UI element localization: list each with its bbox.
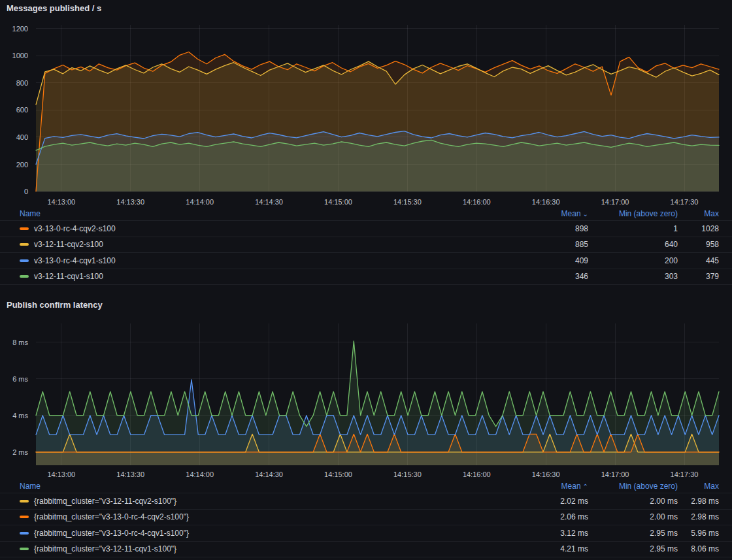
legend-series-name[interactable]: {rabbitmq_cluster="v3-12-11-cqv2-s100"}	[20, 497, 503, 506]
legend-row: {rabbitmq_cluster="v3-12-11-cqv1-s100"} …	[0, 542, 732, 558]
series-area	[36, 140, 719, 191]
series-color-swatch[interactable]	[20, 227, 29, 230]
x-axis-tick-label: 14:13:30	[116, 470, 144, 478]
y-axis-tick-label: 600	[16, 106, 28, 114]
legend-header-name[interactable]: Name	[20, 482, 503, 491]
series-color-swatch[interactable]	[20, 243, 29, 246]
series-color-swatch[interactable]	[20, 275, 29, 278]
min-value: 2.95 ms	[588, 529, 678, 538]
y-axis-tick-label: 2 ms	[12, 448, 28, 456]
legend-series-name[interactable]: {rabbitmq_cluster="v3-13-0-rc-4-cqv2-s10…	[20, 512, 503, 521]
min-value: 2.95 ms	[588, 544, 678, 553]
legend-header-row: Name Mean⌃ Min (above zero) Max	[0, 479, 732, 493]
y-axis-tick-label: 6 ms	[12, 375, 28, 383]
mean-value: 346	[503, 272, 588, 281]
legend-header-row: Name Mean⌄ Min (above zero) Max	[0, 206, 732, 221]
y-axis-tick-label: 800	[16, 79, 28, 87]
series-label: {rabbitmq_cluster="v3-13-0-rc-4-cqv2-s10…	[34, 512, 189, 521]
mean-value: 409	[503, 256, 588, 265]
y-axis-tick-label: 400	[16, 133, 28, 141]
series-label: v3-12-11-cqv1-s100	[34, 272, 103, 281]
x-axis-tick-label: 14:15:00	[324, 198, 352, 206]
legend-series-name[interactable]: v3-13-0-rc-4-cqv1-s100	[20, 256, 503, 265]
y-axis-tick-label: 4 ms	[12, 412, 28, 420]
x-axis-tick-label: 14:16:30	[532, 470, 560, 478]
mean-value: 4.21 ms	[503, 544, 588, 553]
legend-header-min[interactable]: Min (above zero)	[588, 209, 678, 218]
x-axis-tick-label: 14:17:30	[671, 198, 699, 206]
legend-header-mean[interactable]: Mean⌄	[503, 209, 588, 218]
legend-row: {rabbitmq_cluster="v3-13-0-rc-4-cqv1-s10…	[0, 525, 732, 542]
max-value: 8.06 ms	[678, 544, 719, 553]
panel-title-messages-published[interactable]: Messages published / s	[7, 3, 101, 13]
time-series-chart-messages-published[interactable]: 02004006008001000120014:13:0014:13:3014:…	[0, 20, 732, 209]
legend-series-name[interactable]: {rabbitmq_cluster="v3-12-11-cqv1-s100"}	[20, 544, 503, 553]
legend-series-name[interactable]: v3-13-0-rc-4-cqv2-s100	[20, 224, 503, 233]
max-value: 379	[678, 272, 719, 281]
min-value: 2.00 ms	[588, 512, 678, 521]
legend-series-name[interactable]: v3-12-11-cqv1-s100	[20, 272, 503, 281]
y-axis-tick-label: 0	[24, 188, 28, 195]
y-axis-tick-label: 200	[16, 161, 28, 169]
x-axis-tick-label: 14:17:00	[601, 198, 629, 206]
x-axis-tick-label: 14:15:30	[393, 470, 422, 478]
max-value: 445	[678, 256, 719, 265]
legend-row: {rabbitmq_cluster="v3-13-0-rc-4-cqv2-s10…	[0, 510, 732, 526]
series-label: {rabbitmq_cluster="v3-12-11-cqv1-s100"}	[34, 544, 176, 553]
max-value: 2.98 ms	[678, 512, 719, 521]
legend-header-min[interactable]: Min (above zero)	[588, 482, 678, 491]
x-axis-tick-label: 14:13:00	[47, 198, 75, 206]
x-axis-tick-label: 14:16:00	[463, 198, 491, 206]
legend-row: v3-12-11-cqv2-s100 885 640 958	[0, 237, 732, 254]
series-label: v3-12-11-cqv2-s100	[34, 240, 103, 249]
x-axis-tick-label: 14:14:30	[255, 198, 283, 206]
legend-row: {rabbitmq_cluster="v3-12-11-cqv2-s100"} …	[0, 493, 732, 510]
x-axis-tick-label: 14:17:00	[601, 470, 629, 478]
legend-row: v3-12-11-cqv1-s100 346 303 379	[0, 269, 732, 286]
mean-header-label: Mean	[561, 482, 581, 491]
series-color-swatch[interactable]	[20, 548, 29, 550]
series-label: {rabbitmq_cluster="v3-12-11-cqv2-s100"}	[34, 497, 176, 506]
legend-header-mean[interactable]: Mean⌃	[503, 482, 588, 491]
time-series-chart-publish-confirm-latency[interactable]: 2 ms4 ms6 ms8 ms14:13:0014:13:3014:14:00…	[0, 314, 732, 480]
legend-table-publish-confirm-latency: Name Mean⌃ Min (above zero) Max {rabbitm…	[0, 479, 732, 557]
min-value: 2.00 ms	[588, 497, 678, 506]
legend-header-max[interactable]: Max	[678, 209, 719, 218]
min-value: 640	[588, 240, 678, 249]
min-value: 200	[588, 256, 678, 265]
max-value: 5.96 ms	[678, 529, 719, 538]
sort-descending-icon: ⌄	[583, 210, 588, 218]
legend-series-name[interactable]: {rabbitmq_cluster="v3-13-0-rc-4-cqv1-s10…	[20, 529, 503, 538]
max-value: 1028	[678, 224, 719, 233]
legend-series-name[interactable]: v3-12-11-cqv2-s100	[20, 240, 503, 249]
series-label: v3-13-0-rc-4-cqv2-s100	[34, 224, 116, 233]
x-axis-tick-label: 14:13:30	[116, 198, 144, 206]
x-axis-tick-label: 14:14:30	[255, 470, 283, 478]
min-value: 1	[588, 224, 678, 233]
mean-value: 3.12 ms	[503, 529, 588, 538]
legend-row: v3-13-0-rc-4-cqv2-s100 898 1 1028	[0, 221, 732, 237]
legend-table-messages-published: Name Mean⌄ Min (above zero) Max v3-13-0-…	[0, 206, 732, 285]
series-color-swatch[interactable]	[20, 259, 29, 262]
legend-header-max[interactable]: Max	[678, 482, 719, 491]
x-axis-tick-label: 14:15:30	[393, 198, 422, 206]
series-color-swatch[interactable]	[20, 516, 29, 518]
min-value: 303	[588, 272, 678, 281]
series-label: {rabbitmq_cluster="v3-13-0-rc-4-cqv1-s10…	[34, 529, 189, 538]
y-axis-tick-label: 1000	[12, 52, 28, 59]
x-axis-tick-label: 14:16:30	[532, 198, 560, 206]
max-value: 958	[678, 240, 719, 249]
x-axis-tick-label: 14:17:30	[671, 470, 699, 478]
series-color-swatch[interactable]	[20, 532, 29, 535]
x-axis-tick-label: 14:14:00	[186, 198, 214, 206]
mean-value: 2.06 ms	[503, 512, 588, 521]
series-color-swatch[interactable]	[20, 500, 29, 502]
legend-header-name[interactable]: Name	[20, 209, 503, 218]
x-axis-tick-label: 14:14:00	[186, 470, 214, 478]
max-value: 2.98 ms	[678, 497, 719, 506]
x-axis-tick-label: 14:16:00	[463, 470, 491, 478]
panel-title-publish-confirm-latency[interactable]: Publish confirm latency	[7, 300, 103, 310]
y-axis-tick-label: 8 ms	[12, 338, 28, 346]
mean-value: 2.02 ms	[503, 497, 588, 506]
series-label: v3-13-0-rc-4-cqv1-s100	[34, 256, 116, 265]
